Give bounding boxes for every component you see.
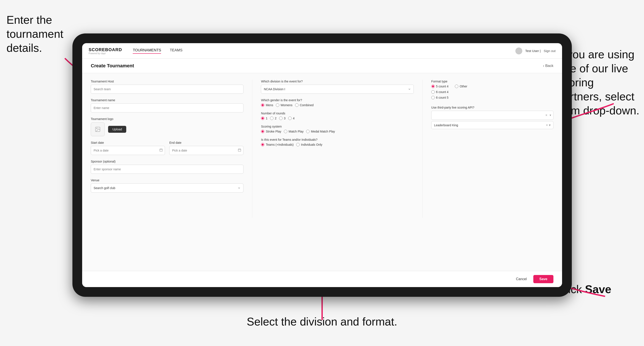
format-row-1: 5 count 4 Other — [431, 85, 554, 88]
svg-rect-3 — [160, 149, 162, 152]
gender-womens[interactable]: Womens — [276, 103, 292, 107]
division-label: Which division is the event for? — [261, 80, 414, 83]
format-6count5[interactable]: 6 count 5 — [431, 96, 554, 99]
cancel-button[interactable]: Cancel — [512, 275, 530, 283]
format-5count4[interactable]: 5 count 4 — [431, 85, 448, 88]
end-date-input[interactable] — [169, 146, 244, 155]
nav-tournaments[interactable]: TOURNAMENTS — [133, 48, 161, 54]
format-type-group: Format type 5 count 4 Other — [431, 80, 554, 99]
gender-mens[interactable]: Mens — [261, 103, 273, 107]
teams-with-individuals[interactable]: Teams (+Individuals) — [261, 143, 294, 146]
gender-combined[interactable]: Combined — [295, 103, 314, 107]
rounds-3[interactable]: 3 — [279, 117, 286, 120]
name-label: Tournament name — [91, 98, 244, 102]
live-scoring-label: Use third-party live scoring API? — [431, 106, 554, 109]
live-scoring-input-wrap: × ▼ — [431, 111, 554, 120]
upload-button[interactable]: Upload — [108, 126, 126, 133]
scoring-group: Scoring system Stroke Play Match Play — [261, 125, 414, 133]
host-input[interactable] — [91, 85, 244, 94]
live-scoring-remove-btn[interactable]: × ▾ — [546, 123, 550, 127]
date-group: Start date — [91, 141, 244, 155]
back-link[interactable]: ‹ Back — [543, 64, 554, 68]
division-group: Which division is the event for? NCAA Di… — [261, 80, 414, 94]
tournament-name-group: Tournament name — [91, 98, 244, 112]
user-name: Test User | — [525, 49, 541, 53]
form-body: Tournament Host Tournament name Tourname… — [82, 73, 562, 224]
scoring-radio-group: Stroke Play Match Play Medal Match Play — [261, 130, 414, 133]
rounds-radio-group: 1 2 3 4 — [261, 117, 414, 120]
end-date-label: End date — [169, 141, 244, 144]
gender-label: Which gender is the event for? — [261, 98, 414, 102]
gender-radio-group: Mens Womens Combined — [261, 103, 414, 107]
logo-label: Tournament logo — [91, 117, 244, 121]
nav-links: TOURNAMENTS TEAMS — [133, 48, 182, 54]
format-6count4[interactable]: 6 count 4 — [431, 90, 554, 94]
start-date-wrap — [91, 146, 165, 155]
brand-subtitle: Powered by clippi — [89, 52, 122, 55]
save-button[interactable]: Save — [533, 275, 554, 283]
right-column: Format type 5 count 4 Other — [423, 80, 554, 218]
nav-teams[interactable]: TEAMS — [170, 48, 182, 54]
start-date-label: Start date — [91, 141, 165, 144]
sign-out-link[interactable]: Sign out — [544, 49, 556, 53]
logo-placeholder — [91, 122, 105, 136]
page-title: Create Tournament — [91, 63, 134, 69]
format-type-radio-group: 5 count 4 Other 6 count 4 — [431, 85, 554, 99]
live-scoring-dropdown-icon: ▼ — [549, 114, 552, 117]
middle-column: Which division is the event for? NCAA Di… — [252, 80, 422, 218]
teams-group: Is this event for Teams and/or Individua… — [261, 138, 414, 146]
svg-point-2 — [96, 128, 97, 129]
scoring-medal-match[interactable]: Medal Match Play — [306, 130, 335, 133]
page-header: Create Tournament ‹ Back — [82, 59, 562, 73]
gender-group: Which gender is the event for? Mens Wome… — [261, 98, 414, 107]
division-select[interactable]: NCAA Division I — [261, 85, 414, 94]
sponsor-label: Sponsor (optional) — [91, 160, 244, 163]
end-date-group: End date — [169, 141, 244, 155]
name-input[interactable] — [91, 103, 244, 112]
format-type-label: Format type — [431, 80, 554, 83]
form-footer: Cancel Save — [82, 271, 562, 287]
scoring-match[interactable]: Match Play — [284, 130, 304, 133]
live-scoring-input[interactable] — [431, 111, 554, 120]
date-row: Start date — [91, 141, 244, 155]
logo-upload-area: Upload — [91, 122, 244, 136]
teams-radio-group: Teams (+Individuals) Individuals Only — [261, 143, 414, 146]
end-date-icon — [238, 148, 241, 153]
rounds-label: Number of rounds — [261, 112, 414, 115]
live-scoring-group: Use third-party live scoring API? × ▼ Le… — [431, 106, 554, 129]
teams-individuals-only[interactable]: Individuals Only — [296, 143, 322, 146]
tournament-logo-group: Tournament logo Upload — [91, 117, 244, 136]
nav-right: Test User | Sign out — [515, 47, 556, 54]
annotation-save-bold: Save — [585, 283, 611, 296]
rounds-group: Number of rounds 1 2 — [261, 112, 414, 120]
user-avatar — [515, 47, 522, 54]
scoring-label: Scoring system — [261, 125, 414, 128]
live-scoring-selected-value: Leaderboard King × ▾ — [431, 121, 554, 129]
venue-select-wrap: Search golf club — [91, 183, 244, 192]
start-date-icon — [159, 148, 163, 153]
rounds-1[interactable]: 1 — [261, 117, 268, 120]
host-label: Tournament Host — [91, 80, 244, 83]
brand: SCOREBOARD Powered by clippi — [89, 47, 122, 55]
tablet-frame: SCOREBOARD Powered by clippi TOURNAMENTS… — [72, 33, 572, 297]
annotation-select-division: Select the division and format. — [246, 315, 398, 329]
rounds-2[interactable]: 2 — [270, 117, 276, 120]
live-scoring-clear-btn[interactable]: × — [546, 113, 547, 117]
svg-rect-7 — [238, 149, 241, 152]
annotation-enter-tournament: Enter the tournament details. — [6, 13, 78, 55]
brand-title: SCOREBOARD — [89, 47, 122, 52]
left-column: Tournament Host Tournament name Tourname… — [91, 80, 252, 218]
start-date-input[interactable] — [91, 146, 165, 155]
tablet-screen: SCOREBOARD Powered by clippi TOURNAMENTS… — [82, 43, 562, 287]
rounds-4[interactable]: 4 — [288, 117, 295, 120]
venue-select[interactable]: Search golf club — [91, 183, 244, 192]
sponsor-input[interactable] — [91, 165, 244, 174]
end-date-wrap — [169, 146, 244, 155]
start-date-group: Start date — [91, 141, 165, 155]
venue-label: Venue — [91, 178, 244, 182]
teams-label: Is this event for Teams and/or Individua… — [261, 138, 414, 141]
sponsor-group: Sponsor (optional) — [91, 160, 244, 174]
navbar: SCOREBOARD Powered by clippi TOURNAMENTS… — [82, 43, 562, 59]
scoring-stroke[interactable]: Stroke Play — [261, 130, 281, 133]
format-other[interactable]: Other — [455, 85, 467, 88]
